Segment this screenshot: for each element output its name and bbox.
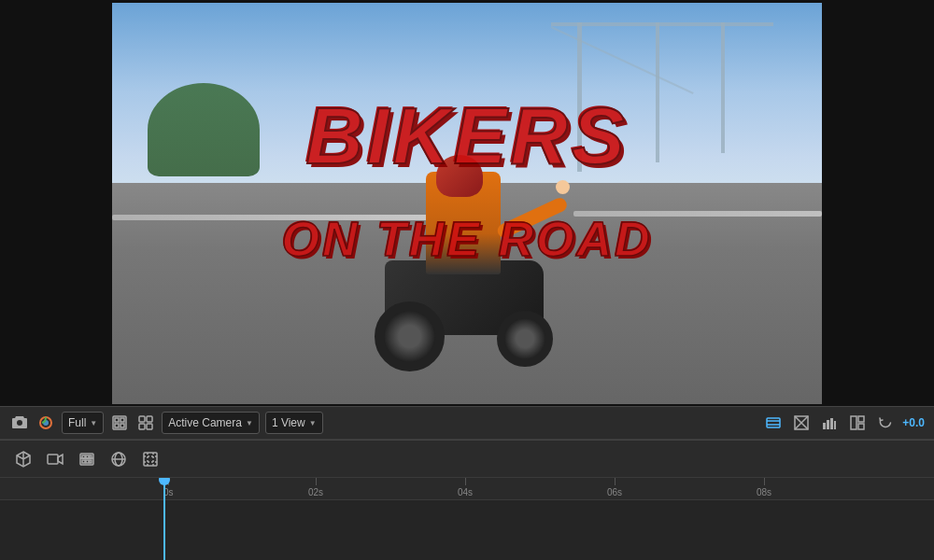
time-mark-04s: 04s <box>458 478 473 500</box>
svg-rect-15 <box>830 418 833 429</box>
layout-icon[interactable] <box>846 412 869 434</box>
svg-rect-3 <box>115 418 119 422</box>
quality-dropdown-arrow: ▼ <box>90 419 97 427</box>
timeline-toolbar <box>0 441 934 478</box>
svg-rect-18 <box>858 416 864 422</box>
playhead[interactable] <box>163 478 165 560</box>
svg-rect-27 <box>90 460 92 463</box>
svg-rect-20 <box>48 455 58 464</box>
view-box-icon[interactable] <box>109 413 130 433</box>
viewer-toolbar: Full ▼ Active Camera ▼ 1 View ▼ <box>0 406 934 440</box>
film-strip-icon[interactable] <box>75 447 99 471</box>
svg-rect-26 <box>86 460 89 463</box>
svg-rect-5 <box>115 424 119 427</box>
svg-rect-19 <box>858 424 864 429</box>
toggle-regions-icon[interactable] <box>762 412 785 434</box>
color-wheel-icon[interactable] <box>35 413 56 433</box>
quality-dropdown[interactable]: Full ▼ <box>62 412 104 434</box>
svg-rect-14 <box>827 420 829 429</box>
timeline-ruler[interactable]: 0s02s04s06s08s <box>0 478 934 560</box>
camera-label: Active Camera <box>168 416 242 429</box>
quality-label: Full <box>68 416 86 429</box>
viewer-right-padding <box>822 0 934 406</box>
sphere-icon[interactable] <box>106 447 131 471</box>
histogram-icon[interactable] <box>818 412 841 434</box>
video-frame: BIKERS ON THE ROAD <box>112 3 822 404</box>
time-mark-08s: 08s <box>757 478 771 500</box>
view-dropdown-arrow: ▼ <box>309 419 317 427</box>
view-label: 1 View <box>272 416 305 429</box>
title-bikers: BIKERS <box>305 91 628 182</box>
svg-rect-16 <box>834 421 836 429</box>
view-dropdown[interactable]: 1 View ▼ <box>265 412 323 434</box>
time-mark-02s: 02s <box>308 478 323 500</box>
svg-rect-6 <box>120 424 124 427</box>
video-viewer: BIKERS ON THE ROAD <box>0 0 934 406</box>
svg-rect-8 <box>147 416 152 422</box>
grid-icon[interactable] <box>135 413 156 433</box>
time-mark-06s: 06s <box>607 478 622 500</box>
svg-rect-10 <box>147 424 152 429</box>
svg-rect-7 <box>139 416 145 422</box>
svg-rect-13 <box>823 423 826 429</box>
trees-background <box>148 83 260 176</box>
camera-dropdown[interactable]: Active Camera ▼ <box>162 412 260 434</box>
snapshot-icon[interactable] <box>9 413 30 433</box>
svg-rect-25 <box>82 460 85 463</box>
svg-rect-11 <box>767 418 780 427</box>
refresh-icon[interactable] <box>874 412 897 434</box>
grid-overlay-icon[interactable] <box>790 412 813 434</box>
svg-rect-9 <box>139 424 145 429</box>
timeline: 0s02s04s06s08s <box>0 440 934 560</box>
time-ruler-bar: 0s02s04s06s08s <box>0 478 934 500</box>
motion-camera-icon[interactable] <box>43 447 67 471</box>
title-subtitle: ON THE ROAD <box>282 211 653 267</box>
svg-rect-30 <box>144 453 157 466</box>
track-area <box>0 500 934 560</box>
viewer-left-padding <box>0 0 112 406</box>
svg-rect-17 <box>851 416 856 429</box>
mask-tool-icon[interactable] <box>138 447 163 471</box>
svg-rect-4 <box>120 418 124 422</box>
exposure-value: +0.0 <box>902 416 925 429</box>
3d-cube-icon[interactable] <box>11 447 35 471</box>
camera-dropdown-arrow: ▼ <box>246 419 253 427</box>
